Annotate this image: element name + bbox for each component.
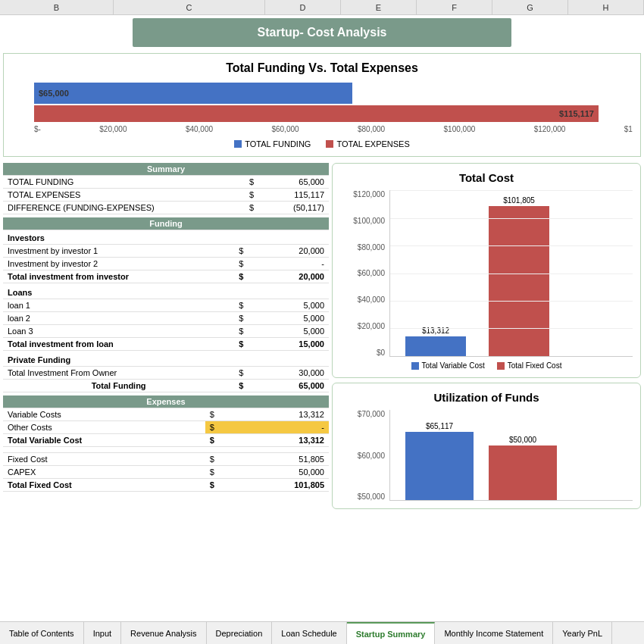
axis-3: $60,000	[271, 125, 299, 133]
loan2-dollar: $	[234, 312, 248, 325]
summary-value-1: 115,117	[258, 189, 329, 202]
loan3-value: 5,000	[248, 325, 329, 338]
variable-cost-bar	[405, 336, 466, 356]
axis-4: $80,000	[358, 125, 385, 133]
variable-costs-row: Variable Costs $ 13,312	[3, 408, 329, 421]
summary-label-1: TOTAL EXPENSES	[3, 189, 245, 202]
summary-value-2: (50,117)	[258, 202, 329, 214]
total-funding-row: Total Funding $ 65,000	[3, 380, 329, 392]
tab-input[interactable]: Input	[84, 622, 121, 644]
axis-7: $1	[624, 125, 633, 133]
loan1-value: 5,000	[248, 299, 329, 312]
capex-dollar: $	[205, 466, 219, 479]
legend-variable: Total Variable Cost	[411, 361, 485, 370]
tab-bar: Table of Contents Input Revenue Analysis…	[0, 621, 644, 644]
loan1-row: loan 1 $ 5,000	[3, 299, 329, 312]
title-bar: Startup- Cost Analysis	[133, 18, 511, 47]
expenses-table: Expenses Variable Costs $ 13,312 Other C…	[3, 395, 329, 492]
main-content: Summary TOTAL FUNDING $ 65,000 TOTAL EXP…	[0, 160, 644, 512]
funding-bar: $65,000	[34, 83, 352, 104]
summary-value-0: 65,000	[258, 176, 329, 189]
total-fixed-label: Total Fixed Cost	[3, 479, 205, 492]
util-bar1-group: $65,117	[405, 422, 474, 500]
axis-2: $40,000	[186, 125, 213, 133]
tab-revenue-analysis[interactable]: Revenue Analysis	[121, 622, 206, 644]
utilization-chart: Utilization of Funds $70,000 $60,000 $50…	[332, 383, 641, 509]
summary-dollar-0: $	[245, 176, 258, 189]
tab-loan-schedule[interactable]: Loan Schedule	[272, 622, 346, 644]
util-bar1	[405, 432, 474, 500]
other-costs-dollar: $	[205, 421, 219, 434]
y-axis-6: $0	[377, 349, 385, 357]
y-axis-4: $40,000	[358, 295, 385, 304]
inv-total-dollar: $	[234, 270, 248, 283]
other-costs-value: -	[219, 421, 329, 434]
util-y-axis: $70,000 $60,000 $50,000	[340, 410, 389, 501]
summary-row-0: TOTAL FUNDING $ 65,000	[3, 176, 329, 189]
fixed-cost-bar-label: $101,805	[503, 196, 535, 205]
util-bar2	[489, 445, 557, 500]
summary-label-2: DIFFERENCE (FUNDING-EXPENSES)	[3, 202, 245, 214]
util-bar2-label: $50,000	[509, 436, 536, 444]
total-funding-value: 65,000	[248, 380, 329, 392]
col-headers: B C D E F G H	[0, 0, 644, 15]
tab-monthly-income[interactable]: Monthly Income Statement	[435, 622, 553, 644]
owner-row: Total Investment From Owner $ 30,000	[3, 367, 329, 380]
loan3-label: Loan 3	[3, 325, 234, 338]
legend-fixed: Total Fixed Cost	[497, 361, 562, 370]
main-chart-legend: TOTAL FUNDING TOTAL EXPENSES	[11, 139, 633, 148]
col-g: G	[492, 0, 568, 14]
inv1-value: 20,000	[248, 245, 329, 258]
owner-dollar: $	[234, 367, 248, 380]
total-fixed-cost-row: Total Fixed Cost $ 101,805	[3, 479, 329, 492]
other-costs-label: Other Costs	[3, 421, 205, 434]
util-chart-area: $70,000 $60,000 $50,000 $65,117 $50,000	[340, 410, 633, 501]
fixed-cost-bar-group: $101,805	[489, 196, 549, 356]
y-axis-0: $120,000	[353, 190, 385, 199]
capex-row: CAPEX $ 50,000	[3, 466, 329, 479]
legend-funding: TOTAL FUNDING	[234, 139, 311, 148]
axis-1: $20,000	[99, 125, 127, 133]
variable-costs-label: Variable Costs	[3, 408, 205, 421]
owner-value: 30,000	[248, 367, 329, 380]
tab-depreciation[interactable]: Depreciation	[207, 622, 273, 644]
summary-label-0: TOTAL FUNDING	[3, 176, 245, 189]
legend-variable-dot	[411, 362, 419, 370]
loans-label: Loans	[3, 283, 329, 299]
total-cost-chart: Total Cost $120,000 $100,000 $80,000 $60…	[332, 163, 641, 378]
col-h: H	[568, 0, 644, 14]
right-panel: Total Cost $120,000 $100,000 $80,000 $60…	[332, 163, 641, 509]
util-y-0: $70,000	[358, 410, 385, 418]
loans-total-label: Total investment from loan	[3, 338, 234, 351]
summary-row-2: DIFFERENCE (FUNDING-EXPENSES) $ (50,117)	[3, 202, 329, 214]
tab-table-of-contents[interactable]: Table of Contents	[0, 622, 84, 644]
private-section-header: Private Funding	[3, 351, 329, 367]
legend-expenses-dot	[326, 140, 333, 148]
funding-row-inv1: Investment by investor 1 $ 20,000	[3, 245, 329, 258]
legend-expenses: TOTAL EXPENSES	[326, 139, 409, 148]
tab-startup-summary[interactable]: Startup Summary	[347, 622, 436, 644]
inv-total-value: 20,000	[248, 270, 329, 283]
spacer-row	[3, 447, 329, 453]
legend-fixed-dot	[497, 362, 505, 370]
loan2-row: loan 2 $ 5,000	[3, 312, 329, 325]
fixed-cost-value: 51,805	[219, 453, 329, 466]
expenses-header: Expenses	[3, 395, 329, 408]
loan3-dollar: $	[234, 325, 248, 338]
util-bar2-group: $50,000	[489, 436, 557, 500]
expenses-bar-label: $115,117	[559, 109, 594, 118]
tab-yearly-pnl[interactable]: Yearly PnL	[553, 622, 612, 644]
total-funding-dollar: $	[234, 380, 248, 392]
variable-cost-bar-group: $13,312	[405, 327, 466, 356]
legend-expenses-label: TOTAL EXPENSES	[336, 139, 409, 148]
expenses-bar: $115,117	[34, 105, 599, 122]
loan1-label: loan 1	[3, 299, 234, 312]
total-cost-legend: Total Variable Cost Total Fixed Cost	[340, 361, 633, 370]
variable-costs-value: 13,312	[219, 408, 329, 421]
legend-funding-label: TOTAL FUNDING	[245, 139, 311, 148]
inv1-label: Investment by investor 1	[3, 245, 234, 258]
loan2-label: loan 2	[3, 312, 234, 325]
fixed-cost-label: Fixed Cost	[3, 453, 205, 466]
y-axis: $120,000 $100,000 $80,000 $60,000 $40,00…	[340, 190, 389, 357]
y-axis-2: $80,000	[358, 243, 385, 252]
